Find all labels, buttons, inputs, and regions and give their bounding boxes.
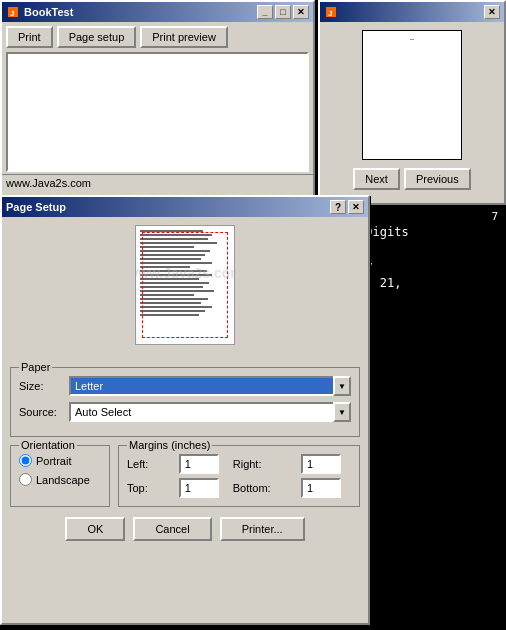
page-setup-close-button[interactable]: ✕ [348, 200, 364, 214]
preview-buttons: Next Previous [353, 168, 470, 190]
print-button[interactable]: Print [6, 26, 53, 48]
cancel-button[interactable]: Cancel [133, 517, 211, 541]
page-setup-dialog: Page Setup ? ✕ [0, 195, 370, 625]
minimize-button[interactable]: _ [257, 5, 273, 19]
previous-button[interactable]: Previous [404, 168, 471, 190]
print-preview-button[interactable]: Print preview [140, 26, 228, 48]
bottom-input[interactable] [301, 478, 341, 498]
size-label: Size: [19, 380, 69, 392]
page-thumbnail: www.Java2s.com [135, 225, 235, 345]
page-setup-title: Page Setup [6, 201, 66, 213]
landscape-radio[interactable] [19, 473, 32, 486]
size-dropdown-arrow[interactable]: ▼ [333, 376, 351, 396]
maximize-button[interactable]: □ [275, 5, 291, 19]
left-input[interactable] [179, 454, 219, 474]
ok-button[interactable]: OK [65, 517, 125, 541]
source-label: Source: [19, 406, 69, 418]
size-row: Size: Letter ▼ [19, 376, 351, 396]
landscape-label: Landscape [36, 474, 90, 486]
orientation-group: Orientation Portrait Landscape [10, 445, 110, 507]
right-label: Right: [233, 458, 297, 470]
preview-body: -- Next Previous [320, 22, 504, 194]
booktest-icon: J [6, 5, 20, 19]
booktest-statusbar: www.Java2s.com [2, 174, 313, 191]
dialog-buttons: OK Cancel Printer... [10, 517, 360, 541]
size-select[interactable]: Letter [69, 376, 351, 396]
margins-grid: Left: Right: Top: Bottom: [127, 454, 351, 498]
preview-close-button[interactable]: ✕ [484, 5, 500, 19]
thumbnail-margin-border [142, 232, 228, 338]
source-row: Source: Auto Select ▼ [19, 402, 351, 422]
booktest-toolbar: Print Page setup Print preview [2, 22, 313, 52]
printer-button[interactable]: Printer... [220, 517, 305, 541]
preview-page-text: -- [410, 35, 415, 42]
preview-page: -- [362, 30, 462, 160]
preview-icon: J [324, 5, 338, 19]
size-select-wrapper: Letter ▼ [69, 376, 351, 396]
source-select[interactable]: Auto Select [69, 402, 351, 422]
top-input[interactable] [179, 478, 219, 498]
svg-text:J: J [328, 9, 332, 18]
left-label: Left: [127, 458, 175, 470]
page-setup-titlebar: Page Setup ? ✕ [2, 197, 368, 217]
close-button[interactable]: ✕ [293, 5, 309, 19]
right-input[interactable] [301, 454, 341, 474]
booktest-window: J BookTest _ □ ✕ Print Page setup Print … [0, 0, 315, 210]
page-setup-button[interactable]: Page setup [57, 26, 137, 48]
source-select-wrapper: Auto Select ▼ [69, 402, 351, 422]
orientation-label: Orientation [19, 439, 77, 451]
booktest-title: BookTest [24, 6, 73, 18]
preview-window: J ✕ -- Next Previous [318, 0, 506, 205]
margins-group: Margins (inches) Left: Right: Top: Botto… [118, 445, 360, 507]
portrait-label: Portrait [36, 455, 71, 467]
bottom-label: Bottom: [233, 482, 297, 494]
margins-label: Margins (inches) [127, 439, 212, 451]
paper-group-label: Paper [19, 361, 52, 373]
paper-group: Paper Size: Letter ▼ Source: Auto Select… [10, 367, 360, 437]
portrait-radio[interactable] [19, 454, 32, 467]
booktest-content [6, 52, 309, 172]
next-button[interactable]: Next [353, 168, 400, 190]
orientation-margins-row: Orientation Portrait Landscape Margins (… [10, 445, 360, 507]
booktest-controls: _ □ ✕ [257, 5, 309, 19]
help-button[interactable]: ? [330, 200, 346, 214]
status-url: www.Java2s.com [6, 177, 91, 189]
preview-controls: ✕ [484, 5, 500, 19]
booktest-titlebar: J BookTest _ □ ✕ [2, 2, 313, 22]
preview-titlebar: J ✕ [320, 2, 504, 22]
svg-text:J: J [10, 9, 14, 18]
page-setup-body: www.Java2s.com Paper Size: Letter ▼ Sour… [2, 217, 368, 549]
landscape-option[interactable]: Landscape [19, 473, 97, 486]
top-label: Top: [127, 482, 175, 494]
portrait-option[interactable]: Portrait [19, 454, 97, 467]
source-dropdown-arrow[interactable]: ▼ [333, 402, 351, 422]
